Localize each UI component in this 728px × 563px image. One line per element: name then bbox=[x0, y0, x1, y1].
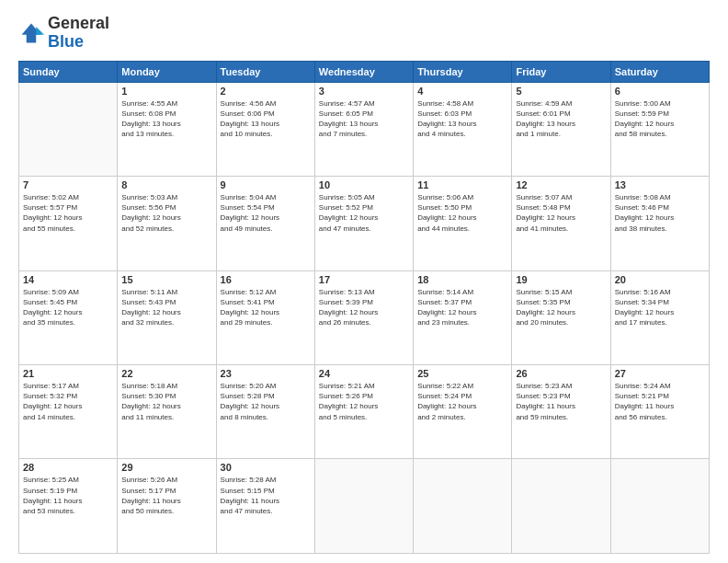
calendar-cell bbox=[19, 82, 118, 176]
calendar-cell: 14Sunrise: 5:09 AM Sunset: 5:45 PM Dayli… bbox=[19, 270, 118, 364]
day-number: 26 bbox=[516, 368, 606, 379]
day-number: 11 bbox=[417, 179, 507, 190]
day-number: 13 bbox=[615, 179, 705, 190]
day-info: Sunrise: 5:26 AM Sunset: 5:17 PM Dayligh… bbox=[121, 475, 211, 516]
calendar-cell: 11Sunrise: 5:06 AM Sunset: 5:50 PM Dayli… bbox=[414, 177, 512, 270]
calendar-cell: 8Sunrise: 5:03 AM Sunset: 5:56 PM Daylig… bbox=[118, 177, 216, 270]
day-info: Sunrise: 5:06 AM Sunset: 5:50 PM Dayligh… bbox=[417, 192, 507, 234]
day-number: 16 bbox=[221, 274, 311, 285]
day-number: 27 bbox=[615, 368, 705, 379]
day-number: 22 bbox=[121, 368, 211, 379]
calendar-cell bbox=[414, 459, 512, 554]
day-info: Sunrise: 5:17 AM Sunset: 5:32 PM Dayligh… bbox=[23, 381, 113, 422]
day-info: Sunrise: 5:18 AM Sunset: 5:30 PM Dayligh… bbox=[121, 381, 211, 422]
weekday-header-wednesday: Wednesday bbox=[314, 61, 413, 82]
calendar-cell: 20Sunrise: 5:16 AM Sunset: 5:34 PM Dayli… bbox=[610, 270, 709, 364]
calendar-cell: 10Sunrise: 5:05 AM Sunset: 5:52 PM Dayli… bbox=[314, 177, 413, 270]
day-number: 6 bbox=[615, 86, 705, 97]
calendar-cell bbox=[610, 459, 709, 554]
day-number: 28 bbox=[23, 462, 113, 473]
day-number: 20 bbox=[615, 274, 705, 285]
calendar-cell: 4Sunrise: 4:58 AM Sunset: 6:03 PM Daylig… bbox=[414, 82, 512, 176]
logo-text: General Blue bbox=[48, 15, 109, 52]
day-number: 4 bbox=[417, 86, 507, 97]
day-number: 3 bbox=[319, 86, 409, 97]
day-info: Sunrise: 5:16 AM Sunset: 5:34 PM Dayligh… bbox=[615, 287, 705, 328]
header: General Blue bbox=[18, 15, 710, 52]
day-number: 14 bbox=[23, 274, 113, 285]
day-info: Sunrise: 5:13 AM Sunset: 5:39 PM Dayligh… bbox=[319, 287, 409, 328]
logo: General Blue bbox=[18, 15, 109, 52]
calendar-cell: 21Sunrise: 5:17 AM Sunset: 5:32 PM Dayli… bbox=[19, 365, 118, 459]
calendar-cell bbox=[314, 459, 413, 554]
day-number: 9 bbox=[221, 179, 311, 190]
calendar-cell bbox=[512, 459, 610, 554]
calendar-cell: 15Sunrise: 5:11 AM Sunset: 5:43 PM Dayli… bbox=[118, 270, 216, 364]
day-info: Sunrise: 5:03 AM Sunset: 5:56 PM Dayligh… bbox=[121, 192, 211, 234]
weekday-header-monday: Monday bbox=[118, 61, 216, 82]
calendar-cell: 2Sunrise: 4:56 AM Sunset: 6:06 PM Daylig… bbox=[216, 82, 314, 176]
calendar-cell: 26Sunrise: 5:23 AM Sunset: 5:23 PM Dayli… bbox=[512, 365, 610, 459]
calendar-cell: 17Sunrise: 5:13 AM Sunset: 5:39 PM Dayli… bbox=[314, 270, 413, 364]
calendar-cell: 16Sunrise: 5:12 AM Sunset: 5:41 PM Dayli… bbox=[216, 270, 314, 364]
weekday-header-tuesday: Tuesday bbox=[216, 61, 314, 82]
week-row-0: 1Sunrise: 4:55 AM Sunset: 6:08 PM Daylig… bbox=[19, 82, 710, 176]
day-number: 10 bbox=[319, 179, 409, 190]
calendar-cell: 1Sunrise: 4:55 AM Sunset: 6:08 PM Daylig… bbox=[118, 82, 216, 176]
page: General Blue SundayMondayTuesdayWednesda… bbox=[0, 0, 728, 563]
day-info: Sunrise: 5:00 AM Sunset: 5:59 PM Dayligh… bbox=[615, 98, 705, 140]
calendar-cell: 3Sunrise: 4:57 AM Sunset: 6:05 PM Daylig… bbox=[314, 82, 413, 176]
day-number: 8 bbox=[121, 179, 211, 190]
day-info: Sunrise: 5:02 AM Sunset: 5:57 PM Dayligh… bbox=[23, 192, 113, 234]
calendar-cell: 13Sunrise: 5:08 AM Sunset: 5:46 PM Dayli… bbox=[610, 177, 709, 270]
day-info: Sunrise: 5:04 AM Sunset: 5:54 PM Dayligh… bbox=[221, 192, 311, 234]
day-info: Sunrise: 5:12 AM Sunset: 5:41 PM Dayligh… bbox=[221, 287, 311, 328]
day-info: Sunrise: 5:09 AM Sunset: 5:45 PM Dayligh… bbox=[23, 287, 113, 328]
week-row-3: 21Sunrise: 5:17 AM Sunset: 5:32 PM Dayli… bbox=[19, 365, 710, 459]
day-info: Sunrise: 5:24 AM Sunset: 5:21 PM Dayligh… bbox=[615, 381, 705, 422]
svg-marker-2 bbox=[36, 27, 44, 35]
week-row-1: 7Sunrise: 5:02 AM Sunset: 5:57 PM Daylig… bbox=[19, 177, 710, 270]
calendar-cell: 29Sunrise: 5:26 AM Sunset: 5:17 PM Dayli… bbox=[118, 459, 216, 554]
day-number: 23 bbox=[221, 368, 311, 379]
logo-blue: Blue bbox=[48, 33, 109, 52]
calendar-cell: 22Sunrise: 5:18 AM Sunset: 5:30 PM Dayli… bbox=[118, 365, 216, 459]
calendar-cell: 12Sunrise: 5:07 AM Sunset: 5:48 PM Dayli… bbox=[512, 177, 610, 270]
calendar-cell: 28Sunrise: 5:25 AM Sunset: 5:19 PM Dayli… bbox=[19, 459, 118, 554]
day-number: 17 bbox=[319, 274, 409, 285]
day-info: Sunrise: 5:21 AM Sunset: 5:26 PM Dayligh… bbox=[319, 381, 409, 422]
weekday-header-friday: Friday bbox=[512, 61, 610, 82]
day-number: 18 bbox=[417, 274, 507, 285]
day-number: 2 bbox=[221, 86, 311, 97]
calendar-cell: 5Sunrise: 4:59 AM Sunset: 6:01 PM Daylig… bbox=[512, 82, 610, 176]
day-number: 7 bbox=[23, 179, 113, 190]
day-info: Sunrise: 5:22 AM Sunset: 5:24 PM Dayligh… bbox=[417, 381, 507, 422]
day-info: Sunrise: 5:11 AM Sunset: 5:43 PM Dayligh… bbox=[121, 287, 211, 328]
day-info: Sunrise: 5:14 AM Sunset: 5:37 PM Dayligh… bbox=[417, 287, 507, 328]
day-info: Sunrise: 5:08 AM Sunset: 5:46 PM Dayligh… bbox=[615, 192, 705, 234]
calendar-cell: 30Sunrise: 5:28 AM Sunset: 5:15 PM Dayli… bbox=[216, 459, 314, 554]
day-info: Sunrise: 4:57 AM Sunset: 6:05 PM Dayligh… bbox=[319, 98, 409, 140]
day-number: 19 bbox=[516, 274, 606, 285]
day-number: 25 bbox=[417, 368, 507, 379]
day-number: 12 bbox=[516, 179, 606, 190]
calendar-cell: 9Sunrise: 5:04 AM Sunset: 5:54 PM Daylig… bbox=[216, 177, 314, 270]
calendar-cell: 25Sunrise: 5:22 AM Sunset: 5:24 PM Dayli… bbox=[414, 365, 512, 459]
calendar: SundayMondayTuesdayWednesdayThursdayFrid… bbox=[18, 61, 710, 554]
day-info: Sunrise: 5:20 AM Sunset: 5:28 PM Dayligh… bbox=[221, 381, 311, 422]
calendar-cell: 23Sunrise: 5:20 AM Sunset: 5:28 PM Dayli… bbox=[216, 365, 314, 459]
day-info: Sunrise: 4:55 AM Sunset: 6:08 PM Dayligh… bbox=[121, 98, 211, 140]
day-info: Sunrise: 5:07 AM Sunset: 5:48 PM Dayligh… bbox=[516, 192, 606, 234]
day-number: 29 bbox=[121, 462, 211, 473]
weekday-header-thursday: Thursday bbox=[414, 61, 512, 82]
calendar-cell: 19Sunrise: 5:15 AM Sunset: 5:35 PM Dayli… bbox=[512, 270, 610, 364]
logo-icon bbox=[18, 20, 44, 46]
calendar-cell: 7Sunrise: 5:02 AM Sunset: 5:57 PM Daylig… bbox=[19, 177, 118, 270]
calendar-cell: 27Sunrise: 5:24 AM Sunset: 5:21 PM Dayli… bbox=[610, 365, 709, 459]
day-info: Sunrise: 5:05 AM Sunset: 5:52 PM Dayligh… bbox=[319, 192, 409, 234]
week-row-2: 14Sunrise: 5:09 AM Sunset: 5:45 PM Dayli… bbox=[19, 270, 710, 364]
day-info: Sunrise: 4:56 AM Sunset: 6:06 PM Dayligh… bbox=[221, 98, 311, 140]
day-info: Sunrise: 4:58 AM Sunset: 6:03 PM Dayligh… bbox=[417, 98, 507, 140]
day-info: Sunrise: 5:28 AM Sunset: 5:15 PM Dayligh… bbox=[221, 475, 311, 516]
day-info: Sunrise: 5:23 AM Sunset: 5:23 PM Dayligh… bbox=[516, 381, 606, 422]
